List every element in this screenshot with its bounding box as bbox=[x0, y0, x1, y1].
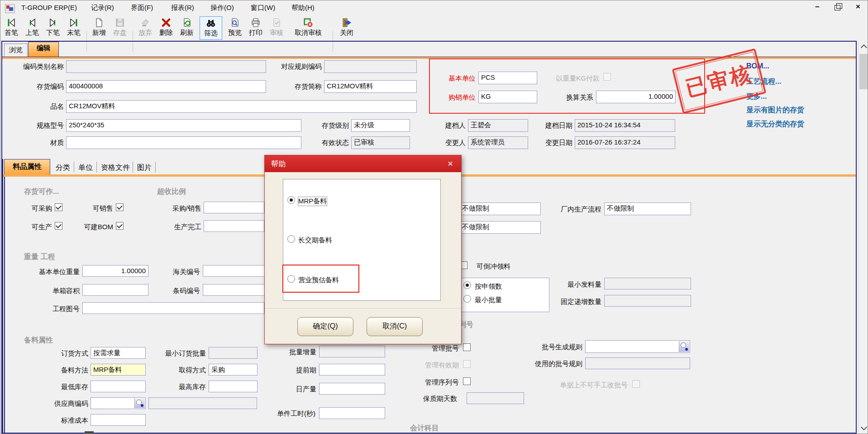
restore-button[interactable] bbox=[831, 2, 843, 13]
producible-checkbox[interactable] bbox=[55, 222, 62, 230]
toolbar-audit-button: 审核 bbox=[267, 16, 286, 40]
toolbar-new-button[interactable]: 新增 bbox=[89, 16, 109, 40]
toolbar-last-button[interactable]: 末笔 bbox=[64, 16, 84, 40]
lookup-icon[interactable] bbox=[679, 341, 689, 352]
toolbar-refresh-button[interactable]: 刷新 bbox=[177, 16, 197, 40]
customs-no-field[interactable] bbox=[203, 265, 272, 277]
toolbar-next-button[interactable]: 下笔 bbox=[43, 16, 63, 40]
option-long-lead-label[interactable]: 长交期备料 bbox=[298, 236, 332, 245]
restriction-field-1[interactable]: 不做限制 bbox=[459, 203, 541, 215]
base-weight-field[interactable]: 1.00000 bbox=[82, 265, 148, 277]
option-mrp-label[interactable]: MRP备料 bbox=[298, 197, 327, 206]
create-date-field: 2015-10-24 16:34:54 bbox=[575, 119, 675, 132]
daily-output-field[interactable] bbox=[319, 383, 385, 395]
purchase-sale-label: 采购/销售 bbox=[162, 204, 201, 213]
unit-time-field[interactable] bbox=[319, 407, 385, 419]
rule-code-field[interactable] bbox=[324, 60, 417, 73]
sellable-checkbox[interactable] bbox=[116, 203, 124, 211]
scroll-up-button[interactable] bbox=[859, 41, 868, 52]
menu-item-window[interactable]: 窗口(W) bbox=[251, 4, 275, 12]
order-mode-field[interactable]: 按需求量 bbox=[91, 347, 146, 359]
drawing-no-field[interactable] bbox=[82, 302, 264, 314]
batch-rule-label: 批号生成规则 bbox=[526, 343, 582, 352]
min-batch-radio[interactable] bbox=[463, 295, 471, 303]
toolbar-first-button[interactable]: 首笔 bbox=[1, 16, 21, 40]
option-mrp-radio[interactable] bbox=[287, 196, 295, 204]
spec-field[interactable]: 250*240*35 bbox=[66, 119, 301, 132]
trade-unit-field[interactable]: KG bbox=[478, 91, 537, 103]
purchase-sale-field[interactable] bbox=[204, 202, 264, 213]
section-weight-eng: 重量 工程 bbox=[24, 252, 55, 262]
item-short-name-field[interactable]: CR12MOV精料 bbox=[324, 80, 417, 93]
link-show-uncategorized[interactable]: 显示无分类的存货 bbox=[746, 120, 804, 129]
minimize-button[interactable]: – bbox=[811, 2, 823, 13]
cancel-button[interactable]: 取消(C) bbox=[367, 317, 423, 336]
acquire-mode-field[interactable]: 采购 bbox=[209, 364, 258, 376]
close-window-button[interactable]: × bbox=[852, 2, 864, 13]
section-over-ratio: 超收比例 bbox=[157, 187, 186, 197]
section-account: 会计科目 bbox=[410, 424, 439, 433]
by-requisition-radio[interactable] bbox=[463, 281, 471, 289]
restriction-field-2[interactable]: 不做限制 bbox=[459, 221, 541, 234]
option-sales-forecast-label[interactable]: 营业预估备料 bbox=[298, 276, 339, 285]
subtab-unit[interactable]: 单位 bbox=[78, 163, 93, 173]
option-sales-forecast-radio[interactable] bbox=[287, 275, 295, 283]
menu-item-operation[interactable]: 操作(O) bbox=[210, 4, 234, 12]
toolbar-close-button[interactable]: 关闭 bbox=[336, 16, 357, 40]
purchasable-checkbox[interactable] bbox=[55, 203, 62, 211]
sellable-label: 可销售 bbox=[81, 204, 113, 213]
lookup-icon[interactable] bbox=[134, 398, 145, 408]
lead-time-field[interactable] bbox=[319, 364, 385, 376]
factory-flow-field[interactable]: 不做限制 bbox=[604, 203, 691, 215]
toolbar-preview-button[interactable]: 预览 bbox=[225, 16, 245, 40]
toolbar-print-button[interactable]: 打印 bbox=[246, 16, 266, 40]
base-unit-field[interactable]: PCS bbox=[478, 72, 537, 84]
item-level-field[interactable]: 未分级 bbox=[351, 119, 410, 132]
tab-browse[interactable]: 浏览 bbox=[4, 43, 28, 57]
tab-edit[interactable]: 编辑 bbox=[28, 42, 59, 57]
menu-item-record[interactable]: 记录(R) bbox=[91, 4, 114, 12]
menu-item-tgroup-erp[interactable]: T-GROUP ERP(E) bbox=[21, 4, 77, 11]
toolbar-new-label: 新增 bbox=[92, 29, 106, 37]
menu-item-report[interactable]: 报表(R) bbox=[171, 4, 194, 12]
manage-batch-checkbox[interactable] bbox=[463, 343, 471, 351]
subtab-item-attributes[interactable]: 料品属性 bbox=[4, 159, 50, 175]
toolbar-filter-button[interactable]: 筛选 bbox=[200, 16, 222, 40]
std-cost-field[interactable] bbox=[91, 414, 146, 426]
scrollbar-thumb[interactable] bbox=[859, 54, 868, 89]
link-show-with-images[interactable]: 显示有图片的存货 bbox=[746, 106, 804, 115]
prep-method-field[interactable]: MRP备料 bbox=[91, 364, 146, 376]
material-field[interactable] bbox=[66, 136, 301, 149]
item-name-field[interactable]: CR12MOV精料 bbox=[66, 100, 417, 113]
min-stock-field[interactable] bbox=[91, 381, 146, 392]
scroll-down-button[interactable] bbox=[859, 423, 868, 434]
can-bom-checkbox[interactable] bbox=[116, 222, 124, 230]
conversion-field[interactable]: 1.00000 bbox=[596, 91, 676, 103]
toolbar-first-label: 首笔 bbox=[5, 29, 18, 37]
help-dialog-close-button[interactable]: × bbox=[444, 155, 457, 172]
item-code-field[interactable]: 400400008 bbox=[66, 80, 266, 93]
toolbar-prev-button[interactable]: 上笔 bbox=[22, 16, 42, 40]
option-long-lead-radio[interactable] bbox=[287, 235, 295, 243]
help-dialog-titlebar[interactable]: 帮助 bbox=[265, 155, 461, 172]
barcode-no-field[interactable] bbox=[203, 284, 272, 296]
batch-rule-field[interactable] bbox=[585, 340, 690, 353]
subtab-image[interactable]: 图片 bbox=[137, 163, 152, 173]
toolbar-cancel-audit-button[interactable]: 取消审核 bbox=[287, 16, 329, 40]
toolbar-delete-button[interactable]: 删除 bbox=[156, 16, 176, 40]
production-done-field[interactable] bbox=[204, 220, 264, 232]
menu-item-interface[interactable]: 界面(F) bbox=[131, 4, 153, 12]
code-category-field[interactable] bbox=[66, 60, 266, 73]
subtab-category[interactable]: 分类 bbox=[56, 163, 70, 173]
supplier-code-field[interactable] bbox=[91, 397, 146, 409]
manage-serial-label: 管理序列号 bbox=[410, 378, 459, 387]
subtab-qualification[interactable]: 资格文件 bbox=[101, 163, 130, 173]
max-stock-field[interactable] bbox=[209, 381, 258, 392]
manage-serial-checkbox[interactable] bbox=[463, 377, 471, 385]
exit-door-icon bbox=[341, 16, 352, 29]
issue-policy-box bbox=[460, 278, 549, 312]
ok-button[interactable]: 确定(Q) bbox=[297, 317, 353, 336]
box-volume-field[interactable] bbox=[82, 284, 148, 296]
help-dialog: 帮助 × MRP备料 长交期备料 营业预估备料 确定(Q) 取消(C) bbox=[264, 155, 462, 344]
menu-item-help[interactable]: 帮助(H) bbox=[291, 4, 315, 12]
